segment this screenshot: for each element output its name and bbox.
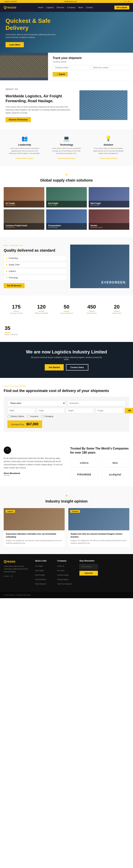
quality-dot-4: [6, 277, 7, 278]
stat-clients-number: 35: [5, 325, 18, 331]
footer-logo[interactable]: Qresoo: [4, 560, 32, 563]
footer-company-shipment-text[interactable]: Total Your Shipment: [57, 583, 72, 585]
shipping-height-input[interactable]: [66, 408, 94, 413]
footer-company-design-text[interactable]: Design Agency: [57, 579, 69, 580]
footer-link-parcel-text[interactable]: Parcel Delivery: [35, 579, 46, 580]
hero-cta-button[interactable]: Learn More: [5, 42, 24, 47]
footer-link-road-text[interactable]: Road Freight: [35, 574, 45, 576]
stats-row2: 35 Clients Worldwide: [0, 322, 133, 342]
tracking-number-input[interactable]: [53, 65, 90, 70]
shipping-origin-input[interactable]: [37, 408, 64, 413]
social-twitter[interactable]: t: [126, 1, 127, 2]
stats-section: 175 Countries Served 120 Offices Worldwi…: [0, 296, 133, 322]
hero-section: Quickest & Safe Delivery Lorem ipsum dol…: [0, 12, 133, 53]
supply-card-transport-label: Transportation: [48, 224, 85, 226]
stat-countries-label: Countries Served: [5, 312, 28, 314]
shipping-radio-insurance[interactable]: [27, 415, 29, 417]
industry-get-started-button[interactable]: Get Started: [45, 364, 64, 371]
footer-company-design: Design Agency: [57, 578, 76, 581]
supply-card-rail-sub: Rail Transport: [91, 204, 128, 206]
stat-offices-bar: [39, 311, 44, 312]
stat-awards: 20 Awards Won: [104, 301, 129, 317]
footer-email-input[interactable]: [80, 564, 98, 569]
testimonial-text: An air shipment experienced transit from…: [4, 457, 63, 469]
feature-technology-link[interactable]: Contact with an Expert: [57, 157, 76, 159]
shipping-label: Cost Calculator: [4, 385, 129, 387]
footer-quick-links-title: Quick Links: [35, 560, 54, 562]
nav-logo[interactable]: Qresoo: [4, 6, 16, 9]
nav-news[interactable]: News: [78, 6, 83, 8]
footer-link-air-text[interactable]: Air Freight: [35, 565, 43, 567]
reference-number-input[interactable]: [91, 65, 128, 70]
shipping-source-select[interactable]: Please select: [7, 400, 65, 406]
evergreen-text: EVERGREEN: [101, 281, 126, 284]
technology-icon: 💻: [50, 135, 83, 142]
feature-solution-link[interactable]: Contact with an Expert: [99, 157, 118, 159]
industry-buttons: Get Started Contact Sales: [45, 364, 88, 371]
stat-offices-label: Offices Worldwide: [30, 312, 53, 314]
shipping-option-insurance[interactable]: Insurance: [27, 415, 38, 417]
footer-company-about: About Us: [57, 564, 76, 567]
track-search-button[interactable]: 🔍 Search: [53, 72, 68, 76]
testimonial-left: " An air shipment experienced transit fr…: [4, 446, 63, 476]
insight-card-2[interactable]: Transport Subject but why ten earnest hu…: [69, 508, 129, 547]
footer-company-team-text[interactable]: Our Team: [57, 570, 64, 571]
shipping-radio-packaging[interactable]: [41, 415, 44, 417]
track-description: Tracking number: [53, 61, 128, 63]
topbar-email: info@qresoo.com: [64, 1, 77, 2]
shipping-option-packaging[interactable]: Packaging: [41, 415, 53, 417]
shipping-calc-button[interactable]: OK: [125, 408, 133, 413]
topbar-social: f t in: [124, 1, 129, 2]
shipping-radio-delivery[interactable]: [7, 415, 10, 417]
footer-link-sea-text[interactable]: Sea Freight: [35, 570, 44, 571]
shipping-section: Cost Calculator Find out the approximate…: [0, 378, 133, 439]
quality-item-label-4: Technology: [9, 277, 18, 279]
supply-card-rail-label: Rail Freight: [91, 202, 128, 204]
industry-contact-sales-button[interactable]: Contact Sales: [66, 364, 88, 371]
brand-acdigital-name: acdigital: [109, 473, 121, 476]
nav-home[interactable]: Home: [38, 6, 43, 8]
shipping-destination-input[interactable]: [68, 400, 126, 406]
footer-company-about-text[interactable]: About Us: [57, 565, 64, 567]
get-quote-button[interactable]: Get a Quote: [114, 6, 129, 9]
nav-links: Home Logistics Services Company News Con…: [38, 6, 93, 8]
quality-item-technology: Technology: [4, 275, 66, 280]
nav-services[interactable]: Services: [56, 6, 64, 8]
supply-card-rail[interactable]: Rail Freight Rail Transport: [89, 187, 129, 208]
supply-card-container-overlay: Container Frieght Goods Container APL: [4, 223, 44, 230]
footer-company-contact-text[interactable]: Contact Design: [57, 574, 69, 576]
topbar: +1(800) 123-4567 info@qresoo.com f t in: [0, 0, 133, 3]
social-facebook[interactable]: f: [124, 1, 125, 2]
shipping-price-label: Estimated Price: [11, 424, 24, 426]
nav-contact[interactable]: Contact: [86, 6, 93, 8]
insight-card-1-title: Expression alteration entreaties mrs can…: [6, 532, 62, 538]
nav-company[interactable]: Company: [67, 6, 76, 8]
supply-card-transport[interactable]: Transportation Road Haulage: [46, 209, 87, 230]
industry-description: Elit sed do eiusmod tempor incididunt ut…: [30, 356, 103, 361]
nav-logistics[interactable]: Logistics: [46, 6, 54, 8]
social-linkedin[interactable]: in: [128, 1, 129, 2]
insight-title: Industry insight opinion: [4, 499, 129, 503]
footer-subscribe-button[interactable]: Subscribe: [80, 571, 98, 576]
supply-card-container[interactable]: Container Frieght Goods Container APL: [4, 209, 44, 230]
shipping-freight-input[interactable]: [95, 408, 123, 413]
footer-link-total-text[interactable]: Total Shipment: [35, 583, 46, 585]
shipping-width-input[interactable]: [7, 408, 35, 413]
supply-card-air[interactable]: Air Freight Worldwide APL: [4, 187, 44, 208]
quality-cta-button[interactable]: See All Services: [4, 283, 25, 288]
about-cta-button[interactable]: Discover All Services: [5, 117, 31, 122]
footer-newsletter-title: Stay Newsletter: [80, 560, 98, 562]
stat-experience-label: Years Experience: [55, 312, 78, 314]
insight-card-1[interactable]: Logistics Expression alteration entreati…: [4, 508, 65, 547]
feature-leadership-link[interactable]: Contact with an Expert: [16, 157, 34, 159]
feature-leadership-desc: Lorem ipsum dolor sit amet consectetur a…: [8, 147, 41, 155]
shipping-price-value: $67,000: [26, 422, 38, 426]
insight-card-1-excerpt: Design is our playground. We help you cr…: [6, 539, 62, 545]
supply-card-rentals[interactable]: Rentals Equipment Rental: [89, 209, 129, 230]
about-description: Lorem ipsum dolor sit amet consectetur a…: [5, 105, 74, 115]
feature-leadership: 👥 Leadership Lorem ipsum dolor sit amet …: [8, 135, 41, 160]
supply-card-sea[interactable]: Sea Freight Ocean Cargo: [46, 187, 87, 208]
supply-card-sea-sub: Ocean Cargo: [48, 204, 85, 206]
supply-card-air-label: Air Freight: [5, 202, 43, 204]
shipping-option-delivery[interactable]: Delivery Options: [7, 415, 24, 417]
